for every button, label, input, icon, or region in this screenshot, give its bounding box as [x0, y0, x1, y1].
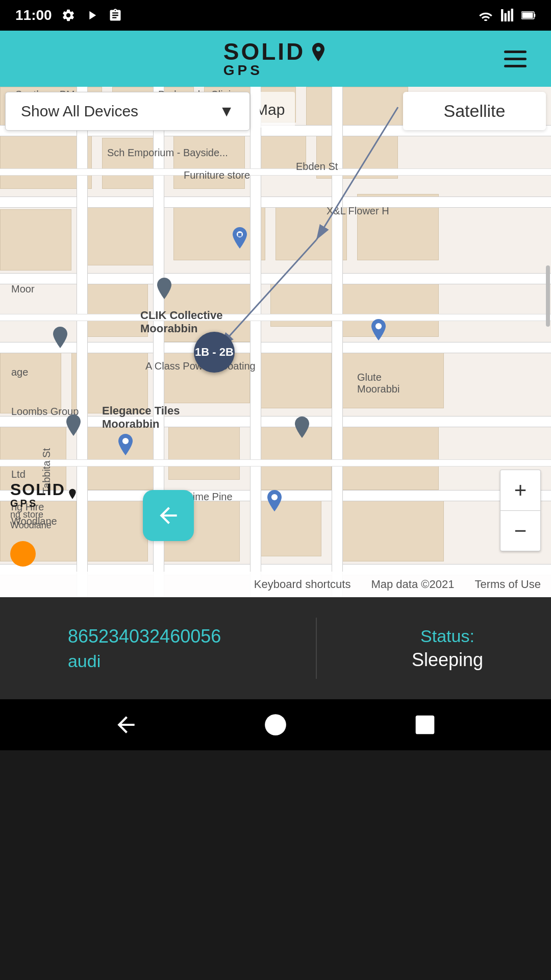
zoom-controls: + − [500, 470, 541, 551]
orange-dot-marker [10, 541, 36, 567]
logo-pin-icon [309, 43, 328, 72]
bottom-navigation [0, 699, 551, 750]
map-container[interactable]: Southern BM Bodyworks Clinic Sch Emporiu… [0, 87, 551, 597]
device-name[interactable]: audi [68, 651, 221, 671]
svg-rect-1 [534, 14, 535, 17]
watermark-solid: SOLID [10, 481, 65, 498]
map-watermark: SOLID GPS ng store Woodlane [10, 481, 78, 531]
time-display: 11:00 [15, 7, 52, 23]
panel-divider [316, 618, 317, 679]
hamburger-line-2 [504, 58, 527, 60]
hamburger-menu-button[interactable] [500, 43, 531, 74]
map-label-ltd: Ltd [11, 469, 26, 480]
svg-point-5 [122, 438, 129, 444]
nav-back-button[interactable] [108, 707, 144, 743]
blue-pin-3 [114, 434, 137, 462]
device-info-panel: 865234032460056 audi Status: Sleeping [0, 597, 551, 699]
logo-gps: GPS [223, 63, 306, 78]
status-label: Status: [420, 626, 474, 646]
attribution-data: Map data ©2021 [371, 578, 454, 591]
clipboard-icon [108, 8, 122, 22]
svg-point-11 [265, 714, 286, 736]
watermark-pin-icon [67, 488, 78, 503]
settings-icon [61, 8, 76, 22]
watermark-sub1: ng store [10, 509, 78, 520]
attribution-keyboard[interactable]: Keyboard shortcuts [254, 578, 351, 591]
watermark-gps: GPS [10, 498, 65, 509]
blue-pin-1 [229, 227, 251, 256]
hamburger-line-3 [504, 65, 527, 67]
back-button[interactable] [143, 490, 194, 541]
status-bar-right [479, 8, 536, 22]
satellite-button[interactable]: Satellite [403, 92, 546, 130]
map-label-age: age [11, 366, 28, 378]
blue-pin-4 [263, 490, 286, 519]
map-label-moor: Moor [11, 283, 35, 295]
map-tab-area: Map [245, 92, 295, 128]
device-status-section: Status: Sleeping [412, 626, 483, 671]
play-icon [85, 8, 99, 22]
status-bar-left: 11:00 [15, 7, 122, 23]
app-header: SOLID GPS [0, 31, 551, 87]
zoom-out-button[interactable]: − [500, 510, 541, 551]
wifi-icon [479, 8, 493, 22]
battery-icon [521, 8, 536, 22]
gray-pin-4 [291, 416, 313, 445]
map-label-ebden: Ebden St [296, 161, 338, 173]
map-label-furniture: Furniture store [184, 169, 250, 181]
map-attribution: Keyboard shortcuts Map data ©2021 Terms … [0, 572, 551, 597]
hamburger-line-1 [504, 51, 527, 53]
app-logo: SOLID GPS [223, 40, 328, 78]
map-tab-label: Map [245, 92, 295, 128]
gray-pin-1 [49, 327, 71, 355]
status-bar: 11:00 [0, 0, 551, 31]
device-marker[interactable]: 1B - 2B [194, 332, 235, 373]
map-label-emporium: Sch Emporium - Bayside... [107, 147, 228, 159]
device-dropdown-label: Show All Devices [21, 103, 138, 120]
zoom-in-button[interactable]: + [500, 470, 541, 510]
dropdown-arrow-icon: ▼ [219, 103, 234, 120]
gray-pin-2 [153, 278, 176, 306]
attribution-terms[interactable]: Terms of Use [474, 578, 541, 591]
svg-point-6 [271, 494, 278, 500]
watermark-sub2: Woodlane [10, 520, 78, 531]
map-label-xl: X&L Flower H [327, 205, 389, 217]
signal-icon [500, 8, 514, 22]
device-info-section: 865234032460056 audi [68, 626, 221, 671]
map-label-glute: GluteMoorabbi [357, 372, 399, 395]
nav-home-button[interactable] [258, 707, 293, 743]
svg-point-4 [375, 323, 382, 329]
device-dropdown[interactable]: Show All Devices ▼ [5, 92, 250, 131]
gray-pin-3 [62, 414, 85, 443]
map-label-elegance: Elegance TilesMoorabbin [102, 404, 180, 431]
logo-solid: SOLID [223, 40, 306, 63]
svg-rect-2 [522, 13, 533, 18]
device-circle-label: 1B - 2B [194, 332, 235, 373]
scroll-indicator [546, 265, 550, 327]
nav-recent-button[interactable] [407, 707, 443, 743]
blue-pin-2 [367, 319, 390, 348]
map-background: Southern BM Bodyworks Clinic Sch Emporiu… [0, 87, 551, 597]
device-imei[interactable]: 865234032460056 [68, 626, 221, 647]
status-value: Sleeping [412, 649, 483, 671]
svg-rect-12 [416, 716, 435, 734]
